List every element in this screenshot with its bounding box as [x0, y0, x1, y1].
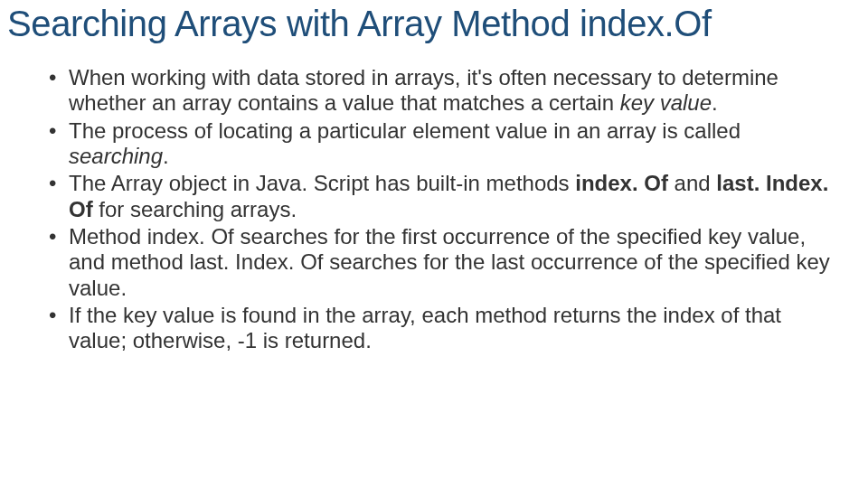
text-emphasis: index. Of	[575, 171, 668, 195]
slide-body: When working with data stored in arrays,…	[0, 51, 868, 353]
slide: Searching Arrays with Array Method index…	[0, 0, 868, 488]
text-segment: for searching arrays.	[93, 197, 297, 221]
text-segment: .	[163, 144, 169, 168]
text-segment: The Array object in Java. Script has bui…	[69, 171, 575, 195]
bullet-list: When working with data stored in arrays,…	[43, 65, 832, 353]
list-item: When working with data stored in arrays,…	[43, 65, 832, 117]
list-item: If the key value is found in the array, …	[43, 303, 832, 354]
text-segment: .	[712, 90, 718, 115]
list-item: The process of locating a particular ele…	[43, 118, 832, 170]
list-item: The Array object in Java. Script has bui…	[43, 171, 832, 222]
text-segment: Method index. Of searches for the first …	[69, 224, 830, 300]
text-segment: and	[668, 171, 716, 195]
slide-title: Searching Arrays with Array Method index…	[0, 0, 868, 51]
text-emphasis: searching	[69, 144, 163, 168]
text-emphasis: key value	[620, 90, 712, 115]
text-segment: If the key value is found in the array, …	[69, 303, 781, 352]
list-item: Method index. Of searches for the first …	[43, 224, 832, 301]
text-segment: The process of locating a particular ele…	[69, 118, 741, 143]
